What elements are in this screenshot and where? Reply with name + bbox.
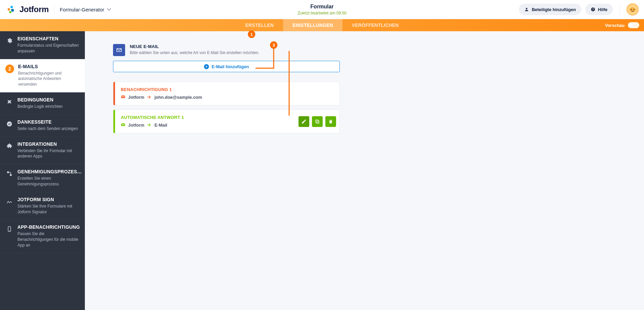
delete-button[interactable] (325, 116, 336, 127)
sidebar-item-label: DANKESSEITE (17, 119, 78, 125)
sidebar-item-sub: Formularstatus und Eigenschaften anpasse… (17, 43, 80, 54)
sidebar-item-approvals[interactable]: GENEHMIGUNGSPROZES… Erstellen Sie einen … (0, 164, 85, 192)
header-right: Beteiligte hinzufügen ? Hilfe (519, 3, 639, 16)
sidebar-item-sub: Passen Sie die Benachrichtigungen für di… (17, 231, 80, 248)
breadcrumb[interactable]: Formular-Generator (60, 7, 111, 12)
divider-icon (620, 3, 620, 16)
chevron-down-icon (107, 7, 111, 11)
sidebar-item-conditions[interactable]: BEDINGUNGEN Bedingte Logik einrichten (0, 92, 85, 115)
user-icon (524, 7, 529, 12)
form-title-area[interactable]: Formular Zuletzt bearbeitet am 09:50 (298, 4, 346, 15)
svg-text:?: ? (592, 8, 594, 11)
tabs: ERSTELLEN EINSTELLUNGEN VERÖFFENTLICHEN (236, 19, 408, 31)
arrow-right-icon (147, 95, 152, 100)
email-card-route: Jotform john.doe@sample.com (121, 95, 334, 100)
settings-sidebar: EIGENSCHAFTEN Formularstatus und Eigensc… (0, 31, 85, 310)
help-label: Hilfe (598, 7, 607, 12)
tab-publish[interactable]: VERÖFFENTLICHEN (342, 19, 408, 31)
preview-toggle[interactable] (628, 22, 639, 28)
brand[interactable]: Jotform (7, 5, 49, 14)
sidebar-item-label: BEDINGUNGEN (17, 97, 63, 102)
mobile-icon (5, 225, 13, 233)
email-card-actions (299, 116, 336, 127)
edit-button[interactable] (299, 116, 309, 127)
step-marker-1-icon: 1 (248, 31, 255, 38)
section-title: NEUE E-MAIL (130, 44, 259, 49)
sidebar-item-label: E-MAILS (18, 64, 80, 69)
tab-settings-label: EINSTELLUNGEN (292, 23, 333, 28)
email-card-notification[interactable]: BENACHRICHTIGUNG 1 Jotform john.doe@samp… (113, 82, 340, 105)
help-icon: ? (591, 7, 595, 12)
puzzle-icon (5, 142, 13, 150)
svg-rect-16 (316, 120, 318, 122)
preview-label: Vorschau (605, 23, 625, 28)
sidebar-item-sign[interactable]: JOTFORM SIGN Stärken Sie Ihre Formulare … (0, 192, 85, 220)
stage: EIGENSCHAFTEN Formularstatus und Eigensc… (0, 31, 644, 310)
svg-rect-11 (7, 171, 9, 173)
add-email-label: E-Mail hinzufügen (212, 64, 249, 69)
sidebar-item-app-notifications[interactable]: APP-BENACHRICHTIGUNG Passen Sie die Bena… (0, 220, 85, 253)
tab-create-label: ERSTELLEN (245, 23, 274, 28)
email-card-autoresponder[interactable]: AUTOMATISCHE ANTWORT 1 Jotform E-Mail (113, 109, 340, 133)
section-header: NEUE E-MAIL Bitte wählen Sie unten aus, … (113, 44, 340, 56)
svg-rect-1 (10, 6, 13, 8)
svg-point-8 (631, 9, 632, 10)
top-header: Jotform Formular-Generator Formular Zule… (0, 0, 644, 19)
svg-rect-15 (316, 121, 319, 123)
email-from: Jotform (128, 95, 144, 100)
svg-rect-12 (10, 174, 12, 176)
sidebar-item-sub: Verbinden Sie Ihr Formular mit anderen A… (17, 148, 80, 160)
sidebar-item-label: JOTFORM SIGN (17, 197, 80, 202)
step-marker-2-icon: 2 (5, 64, 14, 73)
collaborate-label: Beteiligte hinzufügen (532, 7, 576, 12)
sidebar-item-sub: Erstellen Sie einen Genehmigungsprozess (17, 176, 82, 187)
svg-rect-3 (9, 11, 11, 13)
help-button[interactable]: ? Hilfe (585, 4, 613, 15)
check-circle-icon (5, 120, 13, 128)
svg-point-4 (526, 8, 528, 9)
svg-point-9 (633, 9, 634, 10)
tabs-ribbon: ERSTELLEN EINSTELLUNGEN VERÖFFENTLICHEN … (0, 19, 644, 31)
email-square-icon (113, 44, 125, 56)
gear-icon (5, 37, 13, 45)
collaborate-button[interactable]: Beteiligte hinzufügen (519, 4, 581, 15)
svg-point-14 (9, 230, 10, 231)
signature-icon (5, 197, 13, 206)
sidebar-item-sub: Bedingte Logik einrichten (17, 104, 63, 109)
tab-create[interactable]: ERSTELLEN (236, 19, 283, 31)
content: NEUE E-MAIL Bitte wählen Sie unten aus, … (85, 31, 644, 310)
sidebar-item-integrations[interactable]: INTEGRATIONEN Verbinden Sie Ihr Formular… (0, 137, 85, 165)
form-subtitle: Zuletzt bearbeitet am 09:50 (298, 11, 346, 15)
sidebar-item-sub: Stärken Sie Ihre Formulare mit Jotform S… (17, 204, 80, 215)
tab-settings[interactable]: EINSTELLUNGEN (283, 19, 342, 31)
duplicate-button[interactable] (312, 116, 323, 127)
email-card-title: BENACHRICHTIGUNG 1 (121, 87, 334, 92)
svg-rect-2 (11, 9, 14, 12)
plus-circle-icon: + (204, 64, 209, 69)
content-inner: NEUE E-MAIL Bitte wählen Sie unten aus, … (113, 44, 340, 133)
section-description: Bitte wählen Sie unten aus, welche Art v… (130, 50, 259, 55)
email-from: Jotform (128, 123, 144, 128)
sidebar-item-label: APP-BENACHRICHTIGUNG (17, 224, 80, 230)
sidebar-item-thankyou[interactable]: DANKESSEITE Seite nach dem Senden anzeig… (0, 115, 85, 137)
sidebar-item-properties[interactable]: EIGENSCHAFTEN Formularstatus und Eigensc… (0, 31, 85, 59)
breadcrumb-label: Formular-Generator (60, 7, 104, 12)
ribbon-right: Vorschau (605, 19, 639, 31)
sidebar-item-emails[interactable]: 2 E-MAILS Benachrichtigungen und automat… (0, 59, 85, 92)
sidebar-item-label: EIGENSCHAFTEN (17, 36, 80, 41)
form-title: Formular (298, 4, 346, 10)
envelope-icon (121, 123, 125, 128)
envelope-icon (121, 95, 125, 100)
flow-icon (5, 170, 13, 178)
branch-icon (5, 98, 13, 106)
svg-point-10 (7, 121, 12, 126)
brand-logo-icon (7, 5, 16, 14)
arrow-right-icon (147, 123, 152, 128)
brand-name: Jotform (19, 5, 49, 14)
add-email-button[interactable]: + E-Mail hinzufügen (113, 61, 340, 72)
avatar[interactable] (627, 3, 639, 15)
tab-publish-label: VERÖFFENTLICHEN (352, 23, 399, 28)
divider-icon (54, 5, 54, 14)
svg-rect-0 (7, 8, 10, 11)
sidebar-item-sub: Seite nach dem Senden anzeigen (17, 126, 78, 132)
